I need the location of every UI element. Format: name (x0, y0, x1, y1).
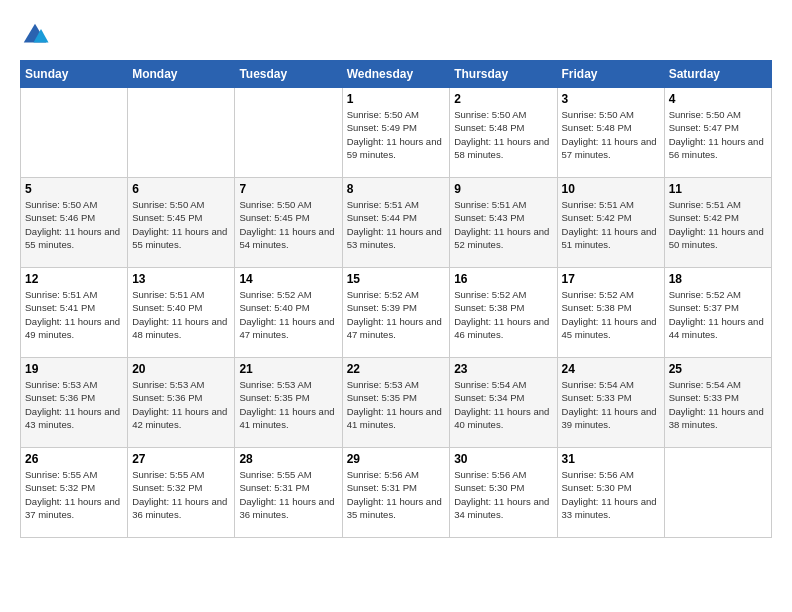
day-info: Sunrise: 5:51 AM Sunset: 5:42 PM Dayligh… (562, 198, 660, 251)
day-cell: 4Sunrise: 5:50 AM Sunset: 5:47 PM Daylig… (664, 88, 771, 178)
day-info: Sunrise: 5:51 AM Sunset: 5:40 PM Dayligh… (132, 288, 230, 341)
week-row-1: 1Sunrise: 5:50 AM Sunset: 5:49 PM Daylig… (21, 88, 772, 178)
day-info: Sunrise: 5:51 AM Sunset: 5:43 PM Dayligh… (454, 198, 552, 251)
logo-icon (20, 20, 50, 50)
day-cell: 22Sunrise: 5:53 AM Sunset: 5:35 PM Dayli… (342, 358, 450, 448)
day-cell: 11Sunrise: 5:51 AM Sunset: 5:42 PM Dayli… (664, 178, 771, 268)
day-cell: 27Sunrise: 5:55 AM Sunset: 5:32 PM Dayli… (128, 448, 235, 538)
day-number: 19 (25, 362, 123, 376)
day-info: Sunrise: 5:50 AM Sunset: 5:45 PM Dayligh… (239, 198, 337, 251)
day-number: 25 (669, 362, 767, 376)
page-header (20, 20, 772, 50)
day-cell: 17Sunrise: 5:52 AM Sunset: 5:38 PM Dayli… (557, 268, 664, 358)
day-info: Sunrise: 5:56 AM Sunset: 5:31 PM Dayligh… (347, 468, 446, 521)
day-info: Sunrise: 5:51 AM Sunset: 5:42 PM Dayligh… (669, 198, 767, 251)
weekday-header-tuesday: Tuesday (235, 61, 342, 88)
day-info: Sunrise: 5:51 AM Sunset: 5:41 PM Dayligh… (25, 288, 123, 341)
day-cell: 21Sunrise: 5:53 AM Sunset: 5:35 PM Dayli… (235, 358, 342, 448)
day-info: Sunrise: 5:52 AM Sunset: 5:40 PM Dayligh… (239, 288, 337, 341)
weekday-header-wednesday: Wednesday (342, 61, 450, 88)
day-number: 3 (562, 92, 660, 106)
day-number: 10 (562, 182, 660, 196)
day-info: Sunrise: 5:51 AM Sunset: 5:44 PM Dayligh… (347, 198, 446, 251)
day-number: 2 (454, 92, 552, 106)
day-info: Sunrise: 5:53 AM Sunset: 5:36 PM Dayligh… (132, 378, 230, 431)
day-info: Sunrise: 5:56 AM Sunset: 5:30 PM Dayligh… (454, 468, 552, 521)
day-info: Sunrise: 5:52 AM Sunset: 5:37 PM Dayligh… (669, 288, 767, 341)
weekday-header-friday: Friday (557, 61, 664, 88)
day-info: Sunrise: 5:50 AM Sunset: 5:47 PM Dayligh… (669, 108, 767, 161)
day-cell: 6Sunrise: 5:50 AM Sunset: 5:45 PM Daylig… (128, 178, 235, 268)
day-cell: 1Sunrise: 5:50 AM Sunset: 5:49 PM Daylig… (342, 88, 450, 178)
day-info: Sunrise: 5:55 AM Sunset: 5:32 PM Dayligh… (132, 468, 230, 521)
day-number: 13 (132, 272, 230, 286)
day-number: 23 (454, 362, 552, 376)
day-number: 9 (454, 182, 552, 196)
day-cell: 30Sunrise: 5:56 AM Sunset: 5:30 PM Dayli… (450, 448, 557, 538)
day-info: Sunrise: 5:56 AM Sunset: 5:30 PM Dayligh… (562, 468, 660, 521)
day-number: 16 (454, 272, 552, 286)
day-info: Sunrise: 5:50 AM Sunset: 5:48 PM Dayligh… (454, 108, 552, 161)
day-info: Sunrise: 5:55 AM Sunset: 5:32 PM Dayligh… (25, 468, 123, 521)
day-info: Sunrise: 5:53 AM Sunset: 5:36 PM Dayligh… (25, 378, 123, 431)
day-cell: 23Sunrise: 5:54 AM Sunset: 5:34 PM Dayli… (450, 358, 557, 448)
day-cell: 13Sunrise: 5:51 AM Sunset: 5:40 PM Dayli… (128, 268, 235, 358)
weekday-header-monday: Monday (128, 61, 235, 88)
day-info: Sunrise: 5:54 AM Sunset: 5:34 PM Dayligh… (454, 378, 552, 431)
day-number: 12 (25, 272, 123, 286)
day-cell: 8Sunrise: 5:51 AM Sunset: 5:44 PM Daylig… (342, 178, 450, 268)
day-number: 27 (132, 452, 230, 466)
day-cell: 18Sunrise: 5:52 AM Sunset: 5:37 PM Dayli… (664, 268, 771, 358)
day-info: Sunrise: 5:52 AM Sunset: 5:38 PM Dayligh… (562, 288, 660, 341)
day-number: 1 (347, 92, 446, 106)
day-cell: 3Sunrise: 5:50 AM Sunset: 5:48 PM Daylig… (557, 88, 664, 178)
day-number: 7 (239, 182, 337, 196)
day-cell: 9Sunrise: 5:51 AM Sunset: 5:43 PM Daylig… (450, 178, 557, 268)
day-number: 20 (132, 362, 230, 376)
calendar-table: SundayMondayTuesdayWednesdayThursdayFrid… (20, 60, 772, 538)
day-cell (128, 88, 235, 178)
logo (20, 20, 54, 50)
week-row-4: 19Sunrise: 5:53 AM Sunset: 5:36 PM Dayli… (21, 358, 772, 448)
day-info: Sunrise: 5:50 AM Sunset: 5:45 PM Dayligh… (132, 198, 230, 251)
day-number: 5 (25, 182, 123, 196)
day-info: Sunrise: 5:54 AM Sunset: 5:33 PM Dayligh… (562, 378, 660, 431)
day-cell: 20Sunrise: 5:53 AM Sunset: 5:36 PM Dayli… (128, 358, 235, 448)
day-cell: 25Sunrise: 5:54 AM Sunset: 5:33 PM Dayli… (664, 358, 771, 448)
day-number: 24 (562, 362, 660, 376)
day-cell: 28Sunrise: 5:55 AM Sunset: 5:31 PM Dayli… (235, 448, 342, 538)
week-row-3: 12Sunrise: 5:51 AM Sunset: 5:41 PM Dayli… (21, 268, 772, 358)
day-cell (21, 88, 128, 178)
day-number: 4 (669, 92, 767, 106)
day-info: Sunrise: 5:50 AM Sunset: 5:48 PM Dayligh… (562, 108, 660, 161)
day-cell: 7Sunrise: 5:50 AM Sunset: 5:45 PM Daylig… (235, 178, 342, 268)
weekday-header-sunday: Sunday (21, 61, 128, 88)
day-number: 15 (347, 272, 446, 286)
week-row-2: 5Sunrise: 5:50 AM Sunset: 5:46 PM Daylig… (21, 178, 772, 268)
day-number: 30 (454, 452, 552, 466)
day-number: 11 (669, 182, 767, 196)
day-cell: 10Sunrise: 5:51 AM Sunset: 5:42 PM Dayli… (557, 178, 664, 268)
day-cell: 12Sunrise: 5:51 AM Sunset: 5:41 PM Dayli… (21, 268, 128, 358)
day-number: 21 (239, 362, 337, 376)
day-info: Sunrise: 5:52 AM Sunset: 5:38 PM Dayligh… (454, 288, 552, 341)
day-info: Sunrise: 5:53 AM Sunset: 5:35 PM Dayligh… (239, 378, 337, 431)
day-cell: 15Sunrise: 5:52 AM Sunset: 5:39 PM Dayli… (342, 268, 450, 358)
day-info: Sunrise: 5:53 AM Sunset: 5:35 PM Dayligh… (347, 378, 446, 431)
day-cell: 16Sunrise: 5:52 AM Sunset: 5:38 PM Dayli… (450, 268, 557, 358)
day-number: 29 (347, 452, 446, 466)
day-number: 8 (347, 182, 446, 196)
day-cell: 5Sunrise: 5:50 AM Sunset: 5:46 PM Daylig… (21, 178, 128, 268)
day-info: Sunrise: 5:55 AM Sunset: 5:31 PM Dayligh… (239, 468, 337, 521)
day-number: 6 (132, 182, 230, 196)
day-number: 31 (562, 452, 660, 466)
day-info: Sunrise: 5:50 AM Sunset: 5:49 PM Dayligh… (347, 108, 446, 161)
weekday-header-row: SundayMondayTuesdayWednesdayThursdayFrid… (21, 61, 772, 88)
day-cell (664, 448, 771, 538)
day-number: 22 (347, 362, 446, 376)
day-cell: 31Sunrise: 5:56 AM Sunset: 5:30 PM Dayli… (557, 448, 664, 538)
day-number: 28 (239, 452, 337, 466)
day-number: 17 (562, 272, 660, 286)
day-number: 26 (25, 452, 123, 466)
day-info: Sunrise: 5:54 AM Sunset: 5:33 PM Dayligh… (669, 378, 767, 431)
